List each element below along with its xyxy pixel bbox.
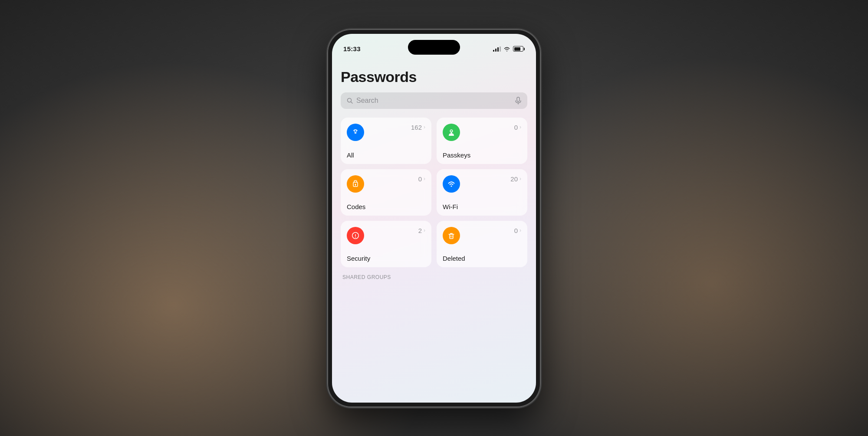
battery-icon xyxy=(513,46,525,52)
codes-count: 0 xyxy=(418,175,422,183)
svg-rect-2 xyxy=(517,97,519,102)
all-icon xyxy=(347,124,364,141)
svg-rect-7 xyxy=(355,132,356,133)
main-content: Passwords Search xyxy=(332,60,536,403)
wifi-count: 20 xyxy=(510,175,518,183)
codes-icon xyxy=(347,175,364,193)
codes-label: Codes xyxy=(347,203,425,210)
all-count: 162 xyxy=(411,124,422,131)
svg-rect-17 xyxy=(450,234,453,239)
status-time: 15:33 xyxy=(343,45,361,52)
deleted-count: 0 xyxy=(514,227,518,234)
svg-point-13 xyxy=(451,185,452,187)
dynamic-island xyxy=(408,40,460,55)
passkeys-label: Passkeys xyxy=(443,151,521,159)
page-title: Passwords xyxy=(341,69,527,85)
grid-cell-passkeys[interactable]: 0 › Passkeys xyxy=(437,118,527,164)
deleted-icon xyxy=(443,227,460,244)
passkeys-icon xyxy=(443,124,460,141)
svg-point-5 xyxy=(355,130,356,132)
signal-icon xyxy=(493,46,501,52)
wifi-chevron: › xyxy=(519,176,521,182)
security-icon: ! xyxy=(347,227,364,244)
grid-cell-deleted[interactable]: 0 › Deleted xyxy=(437,221,527,267)
grid-cell-security[interactable]: ! 2 › Security xyxy=(341,221,431,267)
all-chevron: › xyxy=(424,124,425,130)
shared-groups-section: SHARED GROUPS xyxy=(341,274,527,280)
phone-screen: 15:33 xyxy=(332,34,536,403)
passkeys-chevron: › xyxy=(519,124,521,130)
mic-icon xyxy=(515,97,521,105)
svg-line-1 xyxy=(351,102,353,103)
wifi-label: Wi-Fi xyxy=(443,203,521,210)
shared-groups-label: SHARED GROUPS xyxy=(342,274,526,280)
passwords-grid: 162 › All xyxy=(341,118,527,267)
security-label: Security xyxy=(347,255,425,262)
grid-cell-wifi[interactable]: 20 › Wi-Fi xyxy=(437,169,527,216)
search-icon xyxy=(347,98,353,104)
grid-cell-codes[interactable]: 0 › Codes xyxy=(341,169,431,216)
search-bar[interactable]: Search xyxy=(341,92,527,109)
phone-frame: 15:33 xyxy=(328,30,540,407)
deleted-chevron: › xyxy=(519,227,521,233)
wifi-icon xyxy=(443,175,460,193)
codes-chevron: › xyxy=(424,176,425,182)
search-placeholder: Search xyxy=(356,97,512,105)
security-chevron: › xyxy=(424,227,425,233)
scene: 15:33 xyxy=(0,0,868,436)
deleted-label: Deleted xyxy=(443,255,521,262)
wifi-status-icon xyxy=(503,46,510,52)
all-label: All xyxy=(347,151,425,159)
passkeys-count: 0 xyxy=(514,124,518,131)
svg-text:!: ! xyxy=(355,233,356,238)
grid-cell-all[interactable]: 162 › All xyxy=(341,118,431,164)
status-icons xyxy=(493,46,525,52)
security-count: 2 xyxy=(418,227,422,234)
